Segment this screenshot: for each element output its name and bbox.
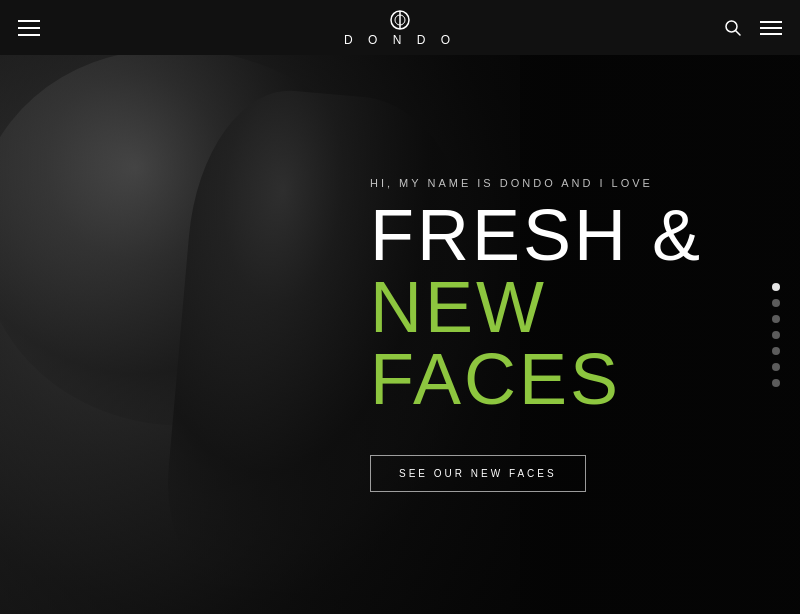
see-new-faces-button[interactable]: SEE OUR NEW FACES	[370, 455, 586, 492]
hero-title: FRESH & NEW FACES	[370, 199, 800, 415]
site-header: D O N D O	[0, 0, 800, 55]
hero-cta-area: SEE OUR NEW FACES	[370, 455, 800, 492]
dot-nav-item-5[interactable]	[772, 347, 780, 355]
dot-navigation	[772, 283, 780, 387]
logo-text: D O N D O	[344, 33, 456, 47]
dot-nav-item-6[interactable]	[772, 363, 780, 371]
header-left	[18, 20, 40, 36]
hero-content: HI, MY NAME IS DONDO AND I LOVE FRESH & …	[0, 55, 800, 614]
hamburger-icon[interactable]	[18, 20, 40, 36]
search-icon[interactable]	[724, 19, 742, 37]
header-right	[724, 19, 782, 37]
hero-title-line2: NEW FACES	[370, 267, 621, 419]
dot-nav-item-2[interactable]	[772, 299, 780, 307]
hero-section: HI, MY NAME IS DONDO AND I LOVE FRESH & …	[0, 55, 800, 614]
nav-menu-icon[interactable]	[760, 20, 782, 36]
hero-title-line1: FRESH &	[370, 195, 703, 275]
dot-nav-item-3[interactable]	[772, 315, 780, 323]
hero-subtitle: HI, MY NAME IS DONDO AND I LOVE	[370, 177, 800, 189]
svg-line-4	[736, 30, 741, 35]
dot-nav-item-1[interactable]	[772, 283, 780, 291]
dot-nav-item-4[interactable]	[772, 331, 780, 339]
dot-nav-item-7[interactable]	[772, 379, 780, 387]
logo-area: D O N D O	[344, 9, 456, 47]
logo-symbol	[390, 9, 410, 31]
